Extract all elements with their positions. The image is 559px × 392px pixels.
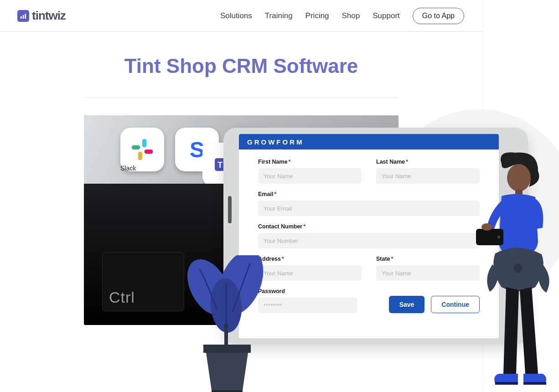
save-button[interactable]: Save — [389, 296, 425, 313]
app-label-slack: Slack — [120, 165, 136, 172]
password-input[interactable] — [258, 298, 357, 313]
last-name-label: Last Name* — [376, 159, 480, 165]
phone-app-labels: Slack — [120, 165, 136, 172]
state-label: State* — [376, 256, 480, 262]
title-divider — [84, 98, 399, 98]
first-name-input[interactable] — [258, 168, 362, 184]
email-label: Email* — [258, 191, 480, 197]
brand-logo-mark — [17, 10, 29, 22]
state-input[interactable] — [376, 265, 480, 281]
password-label: Password — [258, 288, 357, 294]
last-name-input[interactable] — [376, 168, 480, 184]
brand-name: tintwiz — [32, 9, 66, 23]
form-actions: Save Continue — [372, 296, 480, 313]
svg-rect-0 — [21, 16, 22, 18]
svg-point-16 — [481, 223, 492, 231]
contact-number-label: Contact Number* — [258, 223, 480, 230]
svg-rect-23 — [224, 324, 228, 346]
form-app-header: GROWFORM — [239, 134, 499, 150]
svg-rect-2 — [25, 14, 26, 19]
go-to-app-button[interactable]: Go to App — [413, 8, 464, 24]
svg-rect-1 — [23, 15, 24, 19]
tablet-side-button — [228, 196, 232, 223]
nav-shop[interactable]: Shop — [342, 11, 360, 21]
svg-rect-18 — [495, 382, 518, 385]
svg-marker-25 — [206, 353, 248, 390]
svg-point-12 — [507, 164, 531, 191]
svg-rect-19 — [523, 382, 546, 385]
nav-support[interactable]: Support — [373, 11, 400, 21]
keyboard-ctrl-key: Ctrl — [102, 252, 184, 311]
tablet-screen: GROWFORM First Name* Last Name* Email* — [239, 134, 499, 338]
address-label: Address* — [258, 256, 362, 262]
growform-body: First Name* Last Name* Email* Contact Nu… — [239, 150, 499, 322]
svg-rect-6 — [145, 150, 153, 154]
plant-illustration — [181, 255, 273, 392]
person-illustration — [474, 150, 556, 387]
svg-point-15 — [497, 236, 500, 238]
chart-icon — [20, 12, 27, 20]
first-name-label: First Name* — [258, 159, 362, 165]
svg-rect-26 — [212, 390, 243, 392]
primary-nav: Solutions Training Pricing Shop Support … — [220, 8, 464, 24]
site-header: tintwiz Solutions Training Pricing Shop … — [0, 0, 482, 32]
slack-icon — [129, 137, 155, 162]
nav-pricing[interactable]: Pricing — [305, 11, 329, 21]
contact-number-input[interactable] — [258, 233, 480, 248]
nav-solutions[interactable]: Solutions — [220, 11, 252, 21]
page-title: Tint Shop CRM Software — [0, 55, 482, 77]
svg-rect-24 — [203, 345, 251, 353]
svg-rect-3 — [142, 139, 146, 148]
nav-training[interactable]: Training — [265, 11, 293, 21]
svg-text:T: T — [217, 160, 223, 170]
address-input[interactable] — [258, 265, 362, 281]
email-input[interactable] — [258, 201, 480, 216]
svg-rect-5 — [138, 152, 142, 160]
brand-logo[interactable]: tintwiz — [17, 9, 66, 23]
continue-button[interactable]: Continue — [431, 296, 480, 313]
svg-rect-4 — [132, 145, 140, 150]
svg-point-17 — [513, 263, 523, 273]
